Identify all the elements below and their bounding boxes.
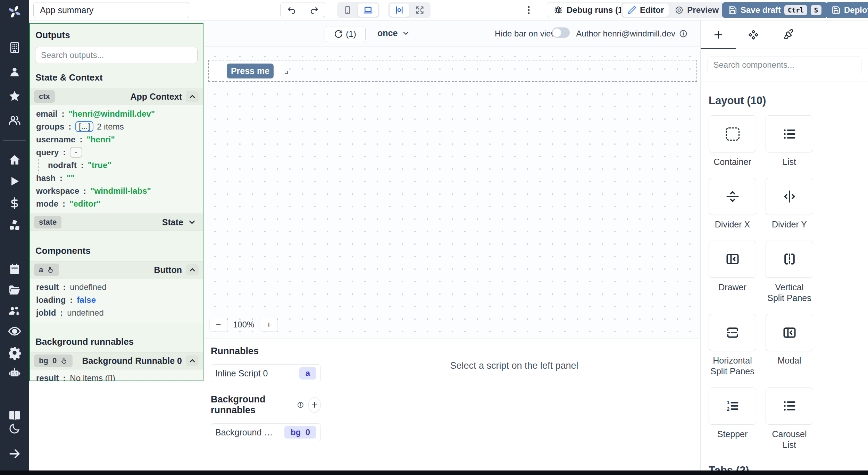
home-icon[interactable] xyxy=(0,153,29,167)
user-icon[interactable] xyxy=(0,65,29,78)
save-draft-label: Save draft xyxy=(741,5,781,15)
expand-array-chip[interactable]: [...] xyxy=(75,121,93,132)
users-gear-icon[interactable] xyxy=(0,305,29,318)
diamonds-icon xyxy=(748,29,759,40)
button-component-block[interactable]: Press me xyxy=(210,61,284,81)
inline-script-badge: a xyxy=(299,367,316,380)
calendar-icon[interactable] xyxy=(0,262,29,276)
component-card-container[interactable]: Container xyxy=(709,115,756,167)
collapse-component-a-button[interactable] xyxy=(186,264,199,275)
inline-script-item[interactable]: Inline Script 0 a xyxy=(211,364,321,382)
component-a-badge[interactable]: a xyxy=(34,264,59,276)
hide-bar-toggle[interactable] xyxy=(552,27,570,38)
component-a-header[interactable]: a Button xyxy=(30,261,203,278)
info-icon[interactable] xyxy=(297,400,304,409)
deploy-button[interactable]: Deploy xyxy=(825,2,868,18)
component-card-divider-x[interactable]: Divider X xyxy=(709,178,756,230)
sidebar-divider xyxy=(3,140,26,141)
book-icon[interactable] xyxy=(0,409,29,423)
app-summary-input[interactable] xyxy=(33,2,189,18)
output-row: email:"henri@windmill.dev" xyxy=(30,107,203,120)
active-tab-underline xyxy=(701,48,736,49)
outputs-column: Outputs State & Context ctx App Context … xyxy=(29,20,204,470)
save-draft-button[interactable]: Save draft Ctrl S xyxy=(722,2,828,18)
component-card-modal[interactable]: Modal xyxy=(766,314,813,377)
dollar-icon[interactable] xyxy=(0,197,29,210)
ctx-section-header[interactable]: ctx App Context xyxy=(30,88,203,105)
cubes-icon[interactable] xyxy=(0,219,29,232)
component-card-horizontal-split[interactable]: Horizontal Split Panes xyxy=(709,314,756,377)
output-row: mode:"editor" xyxy=(30,197,203,210)
redo-button[interactable] xyxy=(303,2,325,18)
star-icon[interactable] xyxy=(0,90,29,103)
expand-object-chip[interactable]: - xyxy=(70,147,82,158)
bg0-section-header[interactable]: bg_0 Background Runnable 0 xyxy=(30,352,203,369)
svg-text:2: 2 xyxy=(727,407,729,412)
component-card-vertical-split[interactable]: Vertical Split Panes xyxy=(766,241,813,304)
divider-y-icon xyxy=(782,189,797,204)
runnables-panel: Runnables Inline Script 0 a Background r… xyxy=(204,339,700,475)
bg0-rows: result:No items ([]) loading:false xyxy=(30,369,203,381)
background-runnable-item[interactable]: Background Runna... bg_0 xyxy=(211,423,321,441)
windmill-logo-icon[interactable] xyxy=(0,5,29,19)
mobile-view-button[interactable] xyxy=(338,3,357,17)
canvas-grid[interactable]: Press me − 100% + xyxy=(204,47,700,339)
more-options-button[interactable] xyxy=(524,4,534,16)
collapse-ctx-button[interactable] xyxy=(186,91,199,102)
state-section-header[interactable]: state State xyxy=(30,214,203,231)
eye-icon[interactable] xyxy=(0,324,29,338)
tab-editor[interactable]: Editor xyxy=(622,3,669,17)
fullscreen-button[interactable] xyxy=(410,3,429,17)
gear-icon[interactable] xyxy=(0,346,29,360)
vertical-split-icon xyxy=(782,251,797,267)
folder-icon[interactable] xyxy=(0,283,29,297)
collapse-bg0-button[interactable] xyxy=(186,355,199,366)
moon-icon[interactable] xyxy=(0,422,29,435)
empty-script-hint: Select a script on the left panel xyxy=(328,360,700,371)
zoom-out-button[interactable]: − xyxy=(209,318,227,332)
search-components-input[interactable] xyxy=(708,57,861,73)
ctx-badge[interactable]: ctx xyxy=(34,90,55,103)
tab-preview[interactable]: Preview xyxy=(670,3,724,17)
state-badge[interactable]: state xyxy=(34,216,61,228)
add-background-runnable-button[interactable] xyxy=(308,397,321,412)
app-editor-page: Debug runs (1) Editor Preview Save draft… xyxy=(0,0,868,475)
refresh-button[interactable]: (1) xyxy=(325,26,366,42)
center-align-button[interactable] xyxy=(389,3,409,17)
component-card-list[interactable]: List xyxy=(766,115,813,167)
topbar: Debug runs (1) Editor Preview Save draft… xyxy=(29,0,868,20)
info-icon[interactable] xyxy=(679,29,688,38)
robot-icon[interactable] xyxy=(0,366,29,380)
tab-theme-styling[interactable] xyxy=(771,20,806,49)
container-icon xyxy=(726,127,740,141)
tab-insert-component[interactable] xyxy=(701,20,736,49)
refresh-count: (1) xyxy=(346,29,356,39)
debug-runs-button[interactable]: Debug runs (1) xyxy=(547,2,632,18)
components-panel: Layout (10) Container List Divider X xyxy=(700,20,868,475)
schedule-select[interactable]: once xyxy=(377,28,410,38)
users-icon[interactable] xyxy=(0,114,29,127)
expand-state-button[interactable] xyxy=(187,218,197,227)
press-me-button[interactable]: Press me xyxy=(227,64,274,78)
component-card-carousel-list[interactable]: Carousel List xyxy=(766,388,813,451)
bg0-badge[interactable]: bg_0 xyxy=(34,355,73,367)
bottom-edge-bar xyxy=(0,470,868,475)
horizontal-split-icon xyxy=(725,325,740,340)
zoom-in-button[interactable]: + xyxy=(260,318,278,332)
building-icon[interactable] xyxy=(0,41,29,54)
modal-icon xyxy=(782,325,797,340)
output-row-nested: nodraft:"true" xyxy=(30,159,203,172)
desktop-view-button[interactable] xyxy=(358,3,378,17)
resize-handle[interactable] xyxy=(285,71,288,74)
play-icon[interactable] xyxy=(0,175,29,188)
component-card-drawer[interactable]: Drawer xyxy=(709,241,756,304)
component-card-stepper[interactable]: 12 Stepper xyxy=(709,388,756,451)
tab-settings-components[interactable] xyxy=(736,20,771,49)
component-card-divider-y[interactable]: Divider Y xyxy=(766,178,813,230)
search-outputs-input[interactable] xyxy=(35,47,198,63)
hide-bar-label: Hide bar on view xyxy=(495,29,557,39)
output-row: username:"henri" xyxy=(30,133,203,146)
plus-icon xyxy=(713,30,724,40)
arrow-right-icon[interactable] xyxy=(0,447,29,460)
undo-button[interactable] xyxy=(281,2,303,18)
